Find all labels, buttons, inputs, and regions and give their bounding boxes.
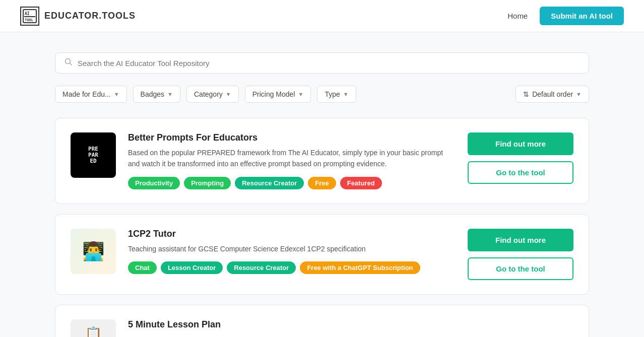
- svg-text:TOOL: TOOL: [25, 18, 33, 22]
- tool-description: Teaching assistant for GCSE Computer Sci…: [128, 243, 456, 254]
- tool-info: Better Prompts For Educators Based on th…: [128, 132, 456, 189]
- tool-card: PREPARED Better Prompts For Educators Ba…: [55, 118, 589, 204]
- filter-type[interactable]: Type ▼: [317, 86, 356, 103]
- tag-lesson-creator: Lesson Creator: [161, 261, 223, 274]
- search-input[interactable]: [78, 59, 579, 68]
- go-to-tool-button[interactable]: Go to the tool: [468, 257, 573, 280]
- home-link[interactable]: Home: [507, 12, 528, 20]
- tag-productivity: Productivity: [128, 177, 180, 189]
- tag-resource-creator: Resource Creator: [227, 261, 296, 274]
- svg-text:AI: AI: [25, 12, 30, 16]
- tool-card-partial: 📋 5 Minute Lesson Plan: [55, 305, 589, 337]
- tool-actions: Find out more Go to the tool: [468, 132, 573, 184]
- prepared-logo: PREPARED: [84, 142, 102, 168]
- tool-title: 1CP2 Tutor: [128, 229, 456, 239]
- tool-title: 5 Minute Lesson Plan: [128, 319, 573, 330]
- tag-free-chatgpt: Free with a ChatGPT Subscription: [300, 261, 420, 274]
- tool-card: 👨‍💻 1CP2 Tutor Teaching assistant for GC…: [55, 214, 589, 295]
- tag-chat: Chat: [128, 261, 157, 274]
- sort-icon: ⇅: [523, 90, 529, 98]
- tool-tags: Productivity Prompting Resource Creator …: [128, 177, 456, 189]
- tool-description: Based on the popular PREPARED framework …: [128, 147, 456, 170]
- svg-line-5: [70, 63, 72, 65]
- header-nav: Home Submit an AI tool: [507, 7, 624, 25]
- search-bar: [55, 52, 589, 74]
- find-out-more-button[interactable]: Find out more: [468, 229, 573, 251]
- submit-tool-button[interactable]: Submit an AI tool: [540, 7, 624, 25]
- svg-rect-2: [24, 16, 35, 17]
- tag-prompting: Prompting: [184, 177, 231, 189]
- tag-resource-creator: Resource Creator: [235, 177, 304, 189]
- tool-info: 1CP2 Tutor Teaching assistant for GCSE C…: [128, 229, 456, 274]
- tool-actions: Find out more Go to the tool: [468, 229, 573, 280]
- tool-tags: Chat Lesson Creator Resource Creator Fre…: [128, 261, 456, 274]
- search-icon: [65, 58, 73, 68]
- tool-logo-5min: 📋: [71, 319, 116, 337]
- chevron-down-icon: ▼: [114, 91, 119, 97]
- sort-button[interactable]: ⇅ Default order ▼: [516, 86, 589, 103]
- chevron-down-icon: ▼: [167, 91, 173, 97]
- go-to-tool-button[interactable]: Go to the tool: [468, 161, 573, 184]
- main-content: Made for Edu... ▼ Badges ▼ Category ▼ Pr…: [45, 32, 599, 337]
- chevron-down-icon: ▼: [576, 91, 582, 97]
- logo-link[interactable]: AI TOOL EDUCATOR.TOOLS: [20, 7, 136, 26]
- filter-pricing-model[interactable]: Pricing Model ▼: [245, 86, 311, 103]
- tool-title: Better Prompts For Educators: [128, 132, 456, 143]
- chevron-down-icon: ▼: [298, 91, 304, 97]
- filter-badges[interactable]: Badges ▼: [133, 86, 180, 103]
- logo-icon: AI TOOL: [20, 7, 39, 26]
- filter-made-for-edu[interactable]: Made for Edu... ▼: [55, 86, 127, 103]
- tool-logo-1cp2: 👨‍💻: [71, 229, 116, 274]
- chevron-down-icon: ▼: [226, 91, 231, 97]
- tool-info: 5 Minute Lesson Plan: [128, 319, 573, 334]
- filters-bar: Made for Edu... ▼ Badges ▼ Category ▼ Pr…: [55, 86, 589, 103]
- tutor-icon: 👨‍💻: [71, 229, 116, 274]
- filter-category[interactable]: Category ▼: [186, 86, 239, 103]
- chevron-down-icon: ▼: [343, 91, 349, 97]
- find-out-more-button[interactable]: Find out more: [468, 132, 573, 155]
- tag-featured: Featured: [340, 177, 382, 189]
- header: AI TOOL EDUCATOR.TOOLS Home Submit an AI…: [0, 0, 644, 32]
- tag-free: Free: [308, 177, 336, 189]
- tool-logo-better-prompts: PREPARED: [71, 132, 116, 178]
- logo-text: EDUCATOR.TOOLS: [44, 11, 136, 21]
